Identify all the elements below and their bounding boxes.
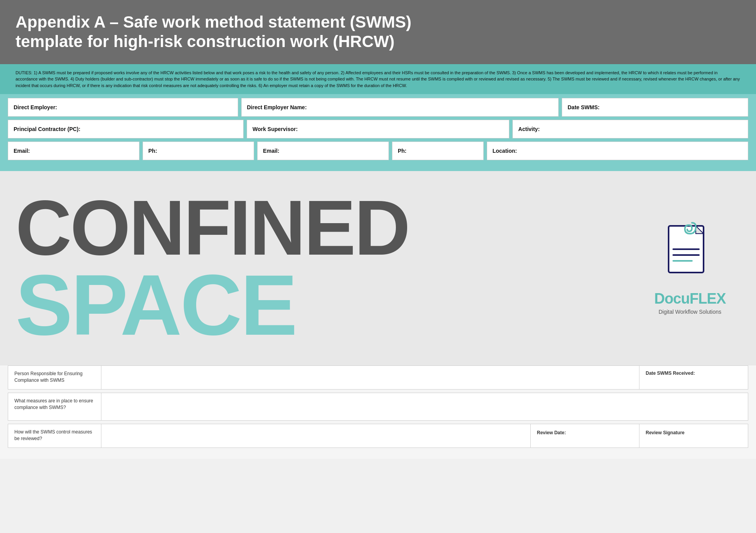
logo-tagline: Digital Workflow Solutions: [658, 309, 721, 315]
form-row-2: Principal Contractor (PC): Work Supervis…: [8, 120, 748, 138]
logo-section: DocuFLEX Digital Workflow Solutions: [639, 222, 740, 315]
form-section: Direct Employer: Direct Employer Name: D…: [0, 94, 756, 171]
ph-field-left[interactable]: Ph:: [143, 142, 254, 160]
person-responsible-value[interactable]: [101, 366, 639, 389]
bottom-row-3: How will the SWMS control measures be re…: [8, 424, 748, 448]
measures-label: What measures are in place to ensure com…: [8, 393, 101, 420]
docuflex-icon: [665, 222, 715, 284]
date-swms-received-field[interactable]: Date SWMS Received:: [639, 366, 748, 389]
header-section: Appendix A – Safe work method statement …: [0, 0, 756, 64]
direct-employer-name-field[interactable]: Direct Employer Name:: [241, 98, 559, 117]
direct-employer-field[interactable]: Direct Employer:: [8, 98, 238, 117]
logo-name: DocuFLEX: [654, 290, 726, 307]
review-control-value[interactable]: [101, 424, 530, 447]
date-swms-field[interactable]: Date SWMS:: [562, 98, 748, 117]
page-title: Appendix A – Safe work method statement …: [16, 12, 740, 52]
bottom-row-2: What measures are in place to ensure com…: [8, 393, 748, 421]
review-control-label: How will the SWMS control measures be re…: [8, 424, 101, 447]
email-field-right[interactable]: Email:: [257, 142, 389, 160]
principal-contractor-field[interactable]: Principal Contractor (PC):: [8, 120, 244, 138]
hero-text: CONFINED SPACE: [16, 191, 639, 346]
person-responsible-label: Person Responsible for Ensuring Complian…: [8, 366, 101, 389]
measures-value[interactable]: [101, 393, 748, 420]
review-date-field[interactable]: Review Date:: [531, 424, 639, 447]
duties-bar: DUTIES: 1) A SWMS must be prepared if pr…: [0, 64, 756, 94]
form-row-1: Direct Employer: Direct Employer Name: D…: [8, 98, 748, 117]
hero-section: CONFINED SPACE DocuFLEX Digital Workflow…: [0, 171, 756, 365]
activity-field[interactable]: Activity:: [512, 120, 748, 138]
review-signature-field[interactable]: Review Signature: [639, 424, 748, 447]
email-field-left[interactable]: Email:: [8, 142, 139, 160]
bottom-form: Person Responsible for Ensuring Complian…: [0, 365, 756, 459]
form-row-3: Email: Ph: Email: Ph: Location:: [8, 142, 748, 160]
bottom-row-1: Person Responsible for Ensuring Complian…: [8, 365, 748, 390]
review-sides: Review Date: Review Signature: [530, 424, 748, 447]
work-supervisor-field[interactable]: Work Supervisor:: [247, 120, 509, 138]
ph-field-right[interactable]: Ph:: [392, 142, 484, 160]
location-field[interactable]: Location:: [487, 142, 748, 160]
